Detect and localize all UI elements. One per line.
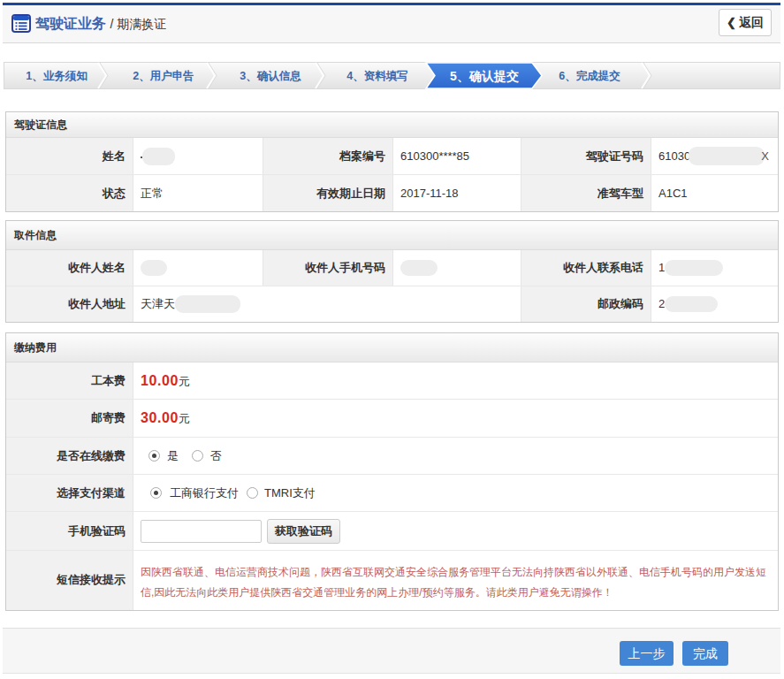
- svg-text:5、确认提交: 5、确认提交: [450, 69, 519, 83]
- svg-text:6、完成提交: 6、完成提交: [559, 70, 620, 82]
- svg-text:1、业务须知: 1、业务须知: [26, 70, 87, 82]
- svg-text:4、资料填写: 4、资料填写: [346, 70, 407, 82]
- svg-text:2、用户申告: 2、用户申告: [133, 70, 194, 82]
- svg-text:3、确认信息: 3、确认信息: [240, 70, 301, 82]
